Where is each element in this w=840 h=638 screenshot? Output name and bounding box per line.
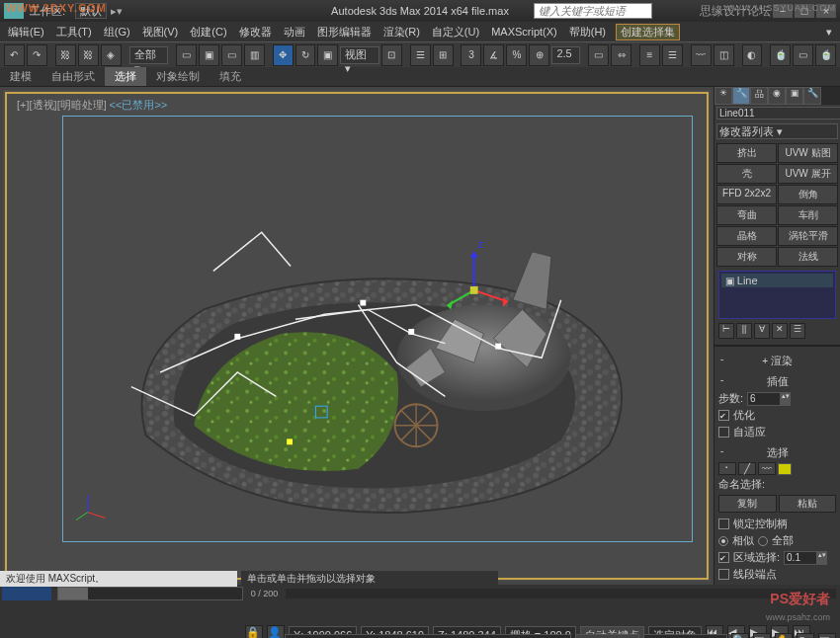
nav-orbit-button[interactable]: ⊕ bbox=[797, 633, 814, 638]
scale-button[interactable]: ▣ bbox=[317, 44, 338, 66]
tab-utilities-icon[interactable]: 🔧 bbox=[803, 87, 821, 105]
mod-btn-unwrap[interactable]: UVW 展开 bbox=[778, 164, 838, 184]
menu-group[interactable]: 组(G) bbox=[98, 25, 136, 40]
optimize-checkbox[interactable] bbox=[718, 410, 729, 421]
render-frame-button[interactable]: ▭ bbox=[793, 44, 813, 66]
bind-button[interactable]: ◈ bbox=[101, 44, 122, 66]
named-selection-set[interactable]: 创建选择集 bbox=[616, 24, 680, 40]
paste-button[interactable]: 粘贴 bbox=[779, 495, 837, 513]
link-button[interactable]: ⛓ bbox=[55, 44, 76, 66]
section-interp-header[interactable]: 插值 bbox=[718, 373, 836, 390]
spinner-value[interactable]: 2.5 bbox=[551, 46, 580, 64]
sel-spline-button[interactable]: 〰 bbox=[758, 462, 776, 475]
spinner-snap-button[interactable]: ⊕ bbox=[529, 44, 549, 66]
mod-btn-lathe[interactable]: 车削 bbox=[778, 205, 838, 225]
select-name-button[interactable]: ▣ bbox=[199, 44, 219, 66]
move-button[interactable]: ✥ bbox=[273, 44, 294, 66]
segment-end-checkbox[interactable] bbox=[718, 569, 729, 580]
mod-btn-shell[interactable]: 壳 bbox=[716, 164, 777, 184]
stack-pin-button[interactable]: ⊢ bbox=[718, 323, 734, 339]
redo-button[interactable]: ↷ bbox=[27, 44, 47, 66]
mod-btn-uvwmap[interactable]: UVW 贴图 bbox=[778, 143, 838, 163]
layers-button[interactable]: ☰ bbox=[662, 44, 683, 66]
nav-zoom-button[interactable]: 🔍 bbox=[731, 633, 749, 638]
menu-graph[interactable]: 图形编辑器 bbox=[311, 25, 378, 40]
ribbon-tab-objectpaint[interactable]: 对象绘制 bbox=[146, 67, 210, 86]
menu-render[interactable]: 渲染(R) bbox=[378, 25, 426, 40]
sel-vertex-button[interactable]: ⠂ bbox=[718, 462, 736, 475]
render-setup-button[interactable]: 🍵 bbox=[770, 44, 791, 66]
ribbon-tab-modeling[interactable]: 建模 bbox=[0, 67, 42, 86]
lock-handles-checkbox[interactable] bbox=[718, 518, 729, 529]
region-spinner[interactable]: ▴▾ bbox=[817, 551, 827, 565]
ribbon-tab-freeform[interactable]: 自由形式 bbox=[42, 67, 105, 86]
region-checkbox[interactable] bbox=[718, 552, 729, 563]
maxscript-prompt[interactable]: 欢迎使用 MAXScript。 bbox=[0, 571, 237, 587]
viewport-perspective[interactable]: z bbox=[62, 116, 693, 542]
viewport-label[interactable]: [+][透视][明暗处理] <<已禁用>> bbox=[17, 98, 167, 113]
manip-button[interactable]: ☰ bbox=[410, 44, 431, 66]
nav-max-button[interactable]: ▣ bbox=[818, 633, 836, 638]
curve-editor-button[interactable]: 〰 bbox=[691, 44, 712, 66]
stack-show-button[interactable]: || bbox=[736, 323, 752, 339]
stack-item-line[interactable]: ▣ Line bbox=[721, 274, 833, 287]
undo-button[interactable]: ↶ bbox=[4, 44, 25, 66]
named-sel-button[interactable]: ▭ bbox=[588, 44, 609, 66]
mod-btn-bevel[interactable]: 倒角 bbox=[778, 185, 838, 204]
tab-display-icon[interactable]: ▣ bbox=[786, 87, 803, 105]
menu-customize[interactable]: 自定义(U) bbox=[426, 25, 485, 40]
menu-maxscript[interactable]: MAXScript(X) bbox=[485, 26, 563, 38]
isolate-button[interactable]: 👤 bbox=[267, 625, 285, 638]
ribbon-tab-populate[interactable]: 填充 bbox=[210, 67, 251, 86]
nav-zoomall-button[interactable]: ▣ bbox=[753, 633, 771, 638]
stack-remove-button[interactable]: ✕ bbox=[772, 323, 788, 339]
help-search-input[interactable] bbox=[534, 3, 652, 19]
menu-animation[interactable]: 动画 bbox=[278, 25, 311, 40]
mod-btn-symmetry[interactable]: 对称 bbox=[716, 247, 777, 267]
set-key-button[interactable]: 设置关键点 bbox=[575, 634, 639, 638]
lock-selection-button[interactable]: 🔒 bbox=[245, 625, 263, 638]
nav-pan-button[interactable]: ✋ bbox=[775, 633, 793, 638]
copy-button[interactable]: 复制 bbox=[718, 495, 777, 513]
filter-dropdown[interactable]: 全部 ▾ bbox=[129, 46, 168, 64]
steps-spinner[interactable]: ▴▾ bbox=[781, 392, 791, 406]
region-input[interactable] bbox=[784, 551, 817, 565]
percent-snap-button[interactable]: % bbox=[506, 44, 527, 66]
track-bar[interactable] bbox=[286, 589, 836, 598]
tab-hierarchy-icon[interactable]: 品 bbox=[750, 87, 768, 105]
timeline-thumb[interactable] bbox=[2, 587, 51, 600]
mod-btn-lattice[interactable]: 晶格 bbox=[716, 226, 777, 246]
select-region-button[interactable]: ▭ bbox=[221, 44, 242, 66]
snap-button[interactable]: 3 bbox=[461, 44, 481, 66]
align-button[interactable]: ≡ bbox=[639, 44, 660, 66]
sel-color-swatch[interactable] bbox=[778, 463, 792, 475]
menu-modifiers[interactable]: 修改器 bbox=[233, 25, 278, 40]
angle-snap-button[interactable]: ∡ bbox=[483, 44, 504, 66]
panel-splitter[interactable] bbox=[714, 345, 840, 347]
window-crossing-button[interactable]: ▥ bbox=[244, 44, 265, 66]
tab-motion-icon[interactable]: ◉ bbox=[768, 87, 786, 105]
menu-tools[interactable]: 工具(T) bbox=[50, 25, 98, 40]
all-radio[interactable] bbox=[758, 536, 768, 546]
select-button[interactable]: ▭ bbox=[176, 44, 197, 66]
section-render-header[interactable]: + 渲染 bbox=[718, 353, 836, 369]
keymode-button[interactable]: ⊞ bbox=[433, 44, 454, 66]
tab-modify-icon[interactable]: 🔧 bbox=[732, 87, 750, 105]
tab-create-icon[interactable]: ☀ bbox=[714, 87, 732, 105]
similar-radio[interactable] bbox=[718, 536, 728, 546]
stack-config-button[interactable]: ☰ bbox=[790, 323, 805, 339]
section-select-header[interactable]: 选择 bbox=[718, 444, 836, 461]
rotate-button[interactable]: ↻ bbox=[295, 44, 316, 66]
stack-unique-button[interactable]: ∀ bbox=[754, 323, 770, 339]
refcoord-dropdown[interactable]: 视图 ▾ bbox=[340, 46, 378, 64]
sel-segment-button[interactable]: ╱ bbox=[738, 462, 756, 475]
key-filter-button[interactable]: 关键点过滤器... bbox=[643, 634, 727, 638]
modifier-list-dropdown[interactable]: 修改器列表 ▾ bbox=[716, 123, 838, 139]
add-time-tag[interactable]: 添加时间标记 bbox=[285, 634, 571, 638]
time-slider[interactable] bbox=[57, 587, 243, 600]
material-editor-button[interactable]: ◐ bbox=[742, 44, 763, 66]
mod-btn-normal[interactable]: 法线 bbox=[778, 247, 838, 267]
mod-btn-bend[interactable]: 弯曲 bbox=[716, 205, 777, 225]
mod-btn-ffd[interactable]: FFD 2x2x2 bbox=[716, 185, 777, 204]
adaptive-checkbox[interactable] bbox=[718, 427, 729, 438]
